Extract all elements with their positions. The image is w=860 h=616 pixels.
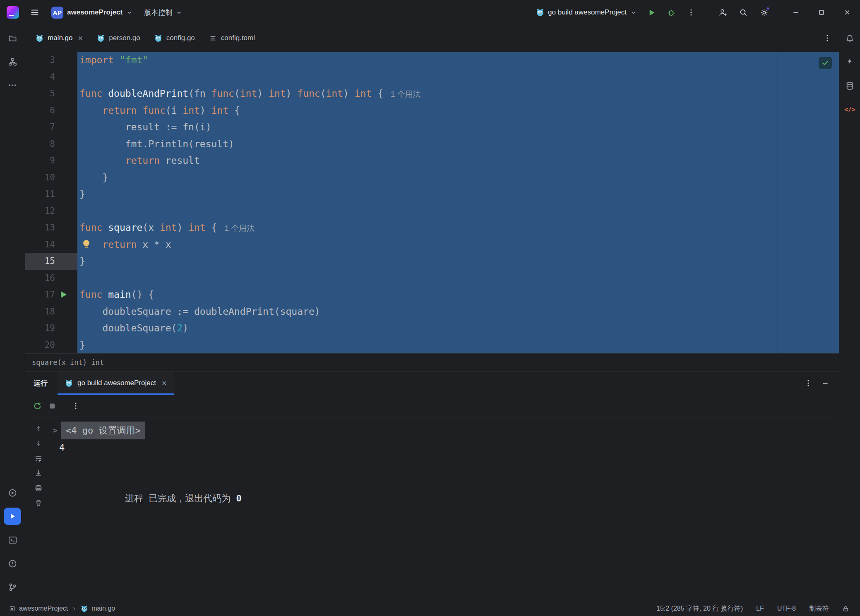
code-token xyxy=(79,155,125,166)
structure-tool-button[interactable] xyxy=(4,53,21,70)
more-tool-windows-button[interactable] xyxy=(4,77,21,94)
gutter-line-11[interactable]: 11 xyxy=(25,186,77,203)
gutter-line-18[interactable]: 18 xyxy=(25,303,77,320)
editor[interactable]: 34567891011121314151617181920 import "fm… xyxy=(25,51,839,353)
gutter-line-17[interactable]: 17 xyxy=(25,286,77,303)
gutter-line-13[interactable]: 13 xyxy=(25,219,77,236)
debug-button[interactable] xyxy=(662,4,680,21)
code-line-11[interactable]: } xyxy=(77,186,839,203)
code-line-20[interactable]: } xyxy=(77,337,839,354)
ai-assistant-button[interactable] xyxy=(841,54,858,70)
endpoints-button[interactable]: </> xyxy=(841,101,858,117)
gutter-line-8[interactable]: 8 xyxy=(25,136,77,153)
main-menu-button[interactable] xyxy=(26,4,44,21)
gutter-line-10[interactable]: 10 xyxy=(25,169,77,186)
terminal-tool-button[interactable] xyxy=(4,531,21,549)
run-tool-window-button[interactable] xyxy=(4,508,21,525)
gutter-line-9[interactable]: 9 xyxy=(25,152,77,169)
code-line-16[interactable] xyxy=(77,270,839,287)
line-number: 9 xyxy=(50,156,55,165)
code-line-6[interactable]: return func(i int) int { xyxy=(77,102,839,119)
tab-list-button[interactable] xyxy=(823,34,831,42)
run-configuration-selector[interactable]: go build awesomeProject xyxy=(532,4,641,21)
gutter-line-19[interactable]: 19 xyxy=(25,320,77,337)
settings-button[interactable] xyxy=(755,4,773,21)
indent-widget[interactable]: 制表符 xyxy=(809,604,829,613)
soft-wrap-button[interactable] xyxy=(34,454,43,463)
caret-position-widget[interactable]: 15:2 (285 字符, 20 行 换行符) xyxy=(656,604,743,613)
code-line-15[interactable]: } xyxy=(77,253,839,270)
maximize-window-button[interactable] xyxy=(809,0,834,25)
gutter-line-6[interactable]: 6 xyxy=(25,102,77,119)
project-tool-button[interactable] xyxy=(4,29,21,47)
code-line-10[interactable]: } xyxy=(77,169,839,186)
more-run-actions-button[interactable] xyxy=(682,4,700,21)
scroll-to-end-button[interactable] xyxy=(34,469,43,477)
code-line-18[interactable]: doubleSquare := doubleAndPrint(square) xyxy=(77,303,839,320)
code-line-14[interactable]: return x * x xyxy=(77,236,839,253)
services-tool-button[interactable] xyxy=(4,484,21,501)
close-window-button[interactable] xyxy=(834,0,860,25)
prev-occurrence-button[interactable] xyxy=(34,424,43,433)
code-line-8[interactable]: fmt.Println(result) xyxy=(77,136,839,153)
tab-person-go[interactable]: person.go xyxy=(90,25,147,51)
code-token: func xyxy=(142,105,165,116)
code-token: () { xyxy=(131,289,154,300)
gutter-line-12[interactable]: 12 xyxy=(25,203,77,220)
intention-bulb-icon[interactable] xyxy=(83,240,89,246)
fold-expander-icon[interactable]: > xyxy=(53,422,58,439)
next-occurrence-button[interactable] xyxy=(34,439,43,448)
version-control-tool-button[interactable] xyxy=(4,578,21,596)
breadcrumb-file[interactable]: main.go xyxy=(91,605,115,612)
close-tab-icon[interactable]: × xyxy=(162,379,167,387)
problems-tool-button[interactable] xyxy=(4,555,21,572)
editor-code[interactable]: import "fmt"func doubleAndPrint(fn func(… xyxy=(77,51,839,353)
minimize-window-button[interactable] xyxy=(783,0,809,25)
folded-setup-calls[interactable]: <4 go 设置调用> xyxy=(61,422,145,439)
code-line-3[interactable]: import "fmt" xyxy=(77,52,839,69)
line-ending-widget[interactable]: LF xyxy=(756,605,764,612)
encoding-widget[interactable]: UTF-8 xyxy=(777,605,796,612)
hide-run-panel-button[interactable] xyxy=(822,379,829,387)
project-selector[interactable]: AP awesomeProject xyxy=(47,4,137,21)
code-line-17[interactable]: func main() { xyxy=(77,286,839,303)
database-button[interactable] xyxy=(841,77,858,94)
add-user-button[interactable] xyxy=(713,4,732,21)
breadcrumb-project[interactable]: awesomeProject xyxy=(19,605,68,612)
code-line-5[interactable]: func doubleAndPrint(fn func(int) int) fu… xyxy=(77,85,839,102)
gutter-line-20[interactable]: 20 xyxy=(25,337,77,354)
gutter-line-15[interactable]: 15 xyxy=(25,253,77,270)
stop-button[interactable] xyxy=(48,402,56,410)
console-output[interactable]: > <4 go 设置调用> 4 进程 已完成，退出代码为 0 xyxy=(53,417,839,490)
search-everywhere-button[interactable] xyxy=(734,4,752,21)
run-panel-tab[interactable]: go build awesomeProject × xyxy=(58,372,174,395)
console-setup-line[interactable]: > <4 go 设置调用> xyxy=(53,422,839,439)
tab-config-go[interactable]: config.go xyxy=(147,25,202,51)
gutter-line-16[interactable]: 16 xyxy=(25,270,77,287)
print-button[interactable] xyxy=(34,484,43,492)
gutter-line-4[interactable]: 4 xyxy=(25,69,77,86)
code-line-12[interactable] xyxy=(77,203,839,220)
code-line-13[interactable]: func square(x int) int {1 个用法 xyxy=(77,219,839,236)
tab-main-go[interactable]: main.go × xyxy=(29,25,90,51)
gutter-line-5[interactable]: 5 xyxy=(25,85,77,102)
inspections-widget[interactable] xyxy=(819,57,832,69)
tab-config-toml[interactable]: config.toml xyxy=(202,25,262,51)
code-line-7[interactable]: result := fn(i) xyxy=(77,119,839,136)
code-line-19[interactable]: doubleSquare(2) xyxy=(77,320,839,337)
rerun-button[interactable] xyxy=(33,401,42,411)
run-panel-options-button[interactable] xyxy=(804,379,812,387)
run-line-icon[interactable] xyxy=(61,291,67,298)
console-options-button[interactable] xyxy=(72,402,80,410)
clear-console-button[interactable] xyxy=(34,499,43,507)
gutter-line-14[interactable]: 14 xyxy=(25,236,77,253)
close-tab-icon[interactable]: × xyxy=(78,34,83,42)
vcs-menu-button[interactable]: 版本控制 xyxy=(140,4,186,21)
notifications-button[interactable] xyxy=(841,30,858,47)
run-button[interactable] xyxy=(642,4,661,21)
code-line-9[interactable]: return result xyxy=(77,152,839,169)
lock-icon[interactable] xyxy=(842,605,849,612)
gutter-line-3[interactable]: 3 xyxy=(25,52,77,69)
gutter-line-7[interactable]: 7 xyxy=(25,119,77,136)
code-line-4[interactable] xyxy=(77,69,839,86)
